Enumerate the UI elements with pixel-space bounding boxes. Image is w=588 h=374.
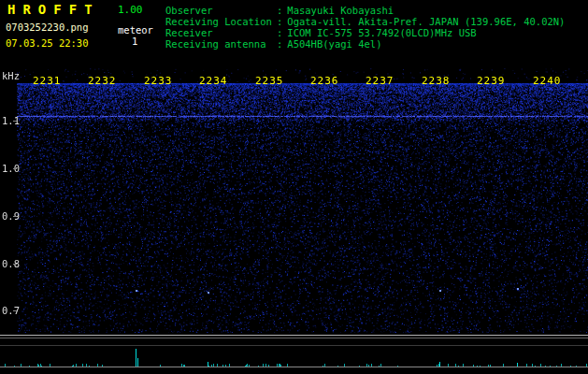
freq-label-0-8: 0.8 [2,258,20,269]
time-label-2232: 2232 [88,75,117,87]
info-label: Observer [165,5,277,16]
time-label-2240: 2240 [533,75,562,87]
spectrogram-canvas [17,68,588,333]
info-separator: : [277,16,282,27]
info-value: Masayuki Kobayashi [287,5,394,16]
time-label-2238: 2238 [422,75,451,87]
freq-label-1-0: 1.0 [2,163,20,174]
time-label-2239: 2239 [477,75,506,87]
freq-tick [13,264,17,265]
app-version: 1.00 [118,4,143,16]
time-label-2235: 2235 [255,75,284,87]
info-separator: : [277,5,282,16]
info-value: Ogata-vill. Akita-Pref. JAPAN (139.96E, … [287,16,565,27]
hrofft-screen: HROFFT 1.00 0703252230.png meteor 1 07.0… [0,0,588,374]
station-info-panel: Observer:Masayuki Kobayashi Receiving Lo… [165,5,565,50]
time-label-2236: 2236 [310,75,339,87]
meteor-count: 1 [132,36,137,47]
info-separator: : [277,27,282,38]
info-row-observer: Observer:Masayuki Kobayashi [165,5,565,16]
time-label-2231: 2231 [33,75,62,87]
time-label-2234: 2234 [199,75,228,87]
signal-level-canvas [0,333,588,374]
freq-unit-label: kHz [2,70,20,81]
freq-label-0-9: 0.9 [2,210,20,222]
info-row-antenna: Receiving antenna:A504HB(yagi 4el) [165,38,565,50]
info-value: A504HB(yagi 4el) [287,38,381,50]
info-label: Receiver [165,27,277,38]
freq-tick [13,168,17,169]
info-value: ICOM IC-575 53.7492(0LCD)MHz USB [287,27,476,38]
freq-label-0-7: 0.7 [2,305,20,316]
freq-tick [13,310,17,311]
freq-tick [13,216,17,217]
time-label-2233: 2233 [144,75,173,87]
app-title: HROFFT [7,2,100,17]
freq-label-1-1: 1.1 [2,115,20,126]
signal-level-panel [0,333,588,374]
info-row-location: Receiving Location:Ogata-vill. Akita-Pre… [165,16,565,27]
freq-tick [13,121,17,122]
spectrogram-panel: kHz 1.1 1.0 0.9 0.8 0.7 2231 2232 2233 2… [0,68,588,333]
time-label-2237: 2237 [366,75,394,87]
info-separator: : [277,38,282,50]
info-label: Receiving Location [165,16,277,27]
datetime-label: 07.03.25 22:30 [6,37,89,49]
output-filename: 0703252230.png [6,22,89,33]
mode-label: meteor [118,24,153,36]
info-label: Receiving antenna [165,38,277,50]
info-row-receiver: Receiver:ICOM IC-575 53.7492(0LCD)MHz US… [165,27,565,38]
